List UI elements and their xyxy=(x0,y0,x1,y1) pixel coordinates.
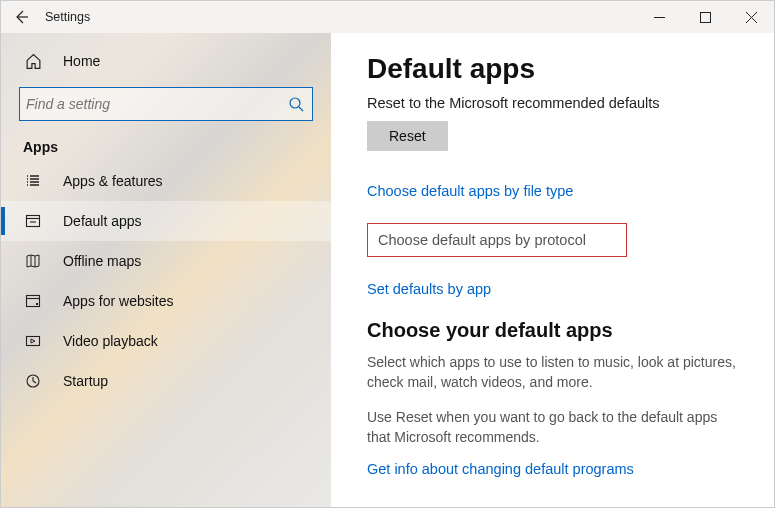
sidebar-item-default-apps[interactable]: Default apps xyxy=(1,201,331,241)
window-title: Settings xyxy=(41,10,90,24)
defaults-icon xyxy=(23,213,43,229)
search-icon xyxy=(288,96,304,112)
sidebar-item-offline-maps[interactable]: Offline maps xyxy=(1,241,331,281)
choose-paragraph-1: Select which apps to use to listen to mu… xyxy=(367,352,744,393)
reset-caption: Reset to the Microsoft recommended defau… xyxy=(367,95,744,111)
content-pane: Default apps Reset to the Microsoft reco… xyxy=(331,33,774,507)
sidebar-home-label: Home xyxy=(63,53,100,69)
list-icon xyxy=(23,173,43,189)
sidebar-item-label: Video playback xyxy=(63,333,158,349)
search-container xyxy=(19,87,313,121)
link-set-by-app[interactable]: Set defaults by app xyxy=(367,281,744,297)
window-body: Home Apps Apps & features xyxy=(1,33,774,507)
reset-button[interactable]: Reset xyxy=(367,121,448,151)
video-icon xyxy=(23,333,43,349)
settings-window: Settings Home xyxy=(0,0,775,508)
arrow-left-icon xyxy=(13,9,29,25)
info-link[interactable]: Get info about changing default programs xyxy=(367,461,744,477)
choose-paragraph-2: Use Reset when you want to go back to th… xyxy=(367,407,744,448)
minimize-button[interactable] xyxy=(636,1,682,33)
maximize-icon xyxy=(700,12,711,23)
svg-rect-2 xyxy=(27,216,40,227)
search-field[interactable] xyxy=(26,96,288,112)
sidebar-item-startup[interactable]: Startup xyxy=(1,361,331,401)
map-icon xyxy=(23,253,43,269)
sidebar-section-title: Apps xyxy=(1,131,331,161)
svg-point-1 xyxy=(290,98,300,108)
choose-heading: Choose your default apps xyxy=(367,319,744,342)
svg-rect-0 xyxy=(700,12,710,22)
home-icon xyxy=(23,53,43,70)
search-input[interactable] xyxy=(19,87,313,121)
close-button[interactable] xyxy=(728,1,774,33)
sidebar-item-label: Apps for websites xyxy=(63,293,174,309)
link-choose-by-protocol[interactable]: Choose default apps by protocol xyxy=(367,223,627,257)
sidebar-home[interactable]: Home xyxy=(1,41,331,81)
close-icon xyxy=(746,12,757,23)
svg-rect-4 xyxy=(27,337,40,346)
back-button[interactable] xyxy=(1,1,41,33)
sidebar-item-apps-websites[interactable]: Apps for websites xyxy=(1,281,331,321)
page-heading: Default apps xyxy=(367,53,744,85)
maximize-button[interactable] xyxy=(682,1,728,33)
sidebar-item-label: Default apps xyxy=(63,213,142,229)
sidebar-item-label: Startup xyxy=(63,373,108,389)
sidebar-item-label: Apps & features xyxy=(63,173,163,189)
sidebar-item-label: Offline maps xyxy=(63,253,141,269)
titlebar: Settings xyxy=(1,1,774,33)
link-choose-by-filetype[interactable]: Choose default apps by file type xyxy=(367,183,744,199)
minimize-icon xyxy=(654,12,665,23)
browser-icon xyxy=(23,293,43,309)
sidebar: Home Apps Apps & features xyxy=(1,33,331,507)
startup-icon xyxy=(23,373,43,389)
sidebar-item-apps-features[interactable]: Apps & features xyxy=(1,161,331,201)
sidebar-item-video-playback[interactable]: Video playback xyxy=(1,321,331,361)
